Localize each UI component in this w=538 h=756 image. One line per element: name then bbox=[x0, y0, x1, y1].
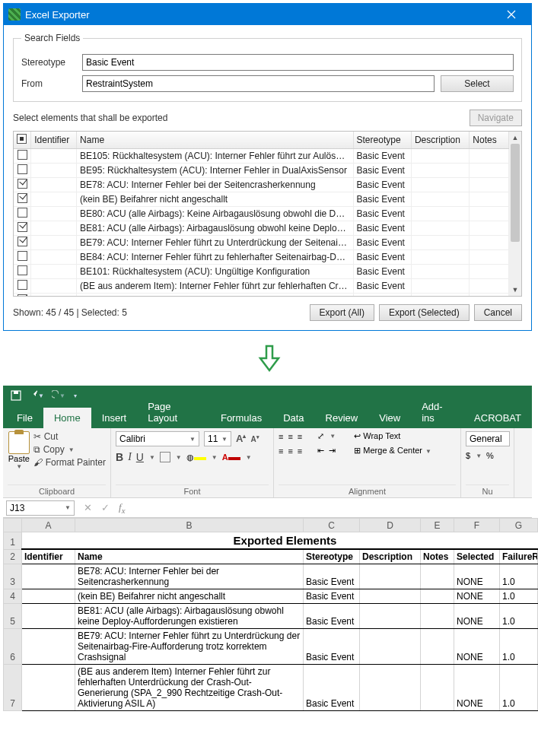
wrap-text-button[interactable]: ↩ Wrap Text bbox=[354, 431, 400, 441]
undo-icon[interactable]: ▼ bbox=[30, 389, 44, 402]
tab-page-layout[interactable]: Page Layout bbox=[137, 396, 210, 428]
col-description[interactable]: Description bbox=[411, 132, 469, 149]
bold-button[interactable]: B bbox=[116, 451, 123, 463]
merge-icon: ⊞ bbox=[354, 446, 361, 456]
excel-window: ▼ ▼ ▾ FileHomeInsertPage LayoutFormulasD… bbox=[3, 386, 532, 711]
increase-font-icon[interactable]: A▴ bbox=[236, 433, 246, 444]
align-middle-icon[interactable]: ≡ bbox=[288, 432, 292, 441]
orientation-icon[interactable]: ⤢ bbox=[317, 431, 324, 441]
table-row[interactable]: (BE aus anderem Item): Interner Fehler f… bbox=[14, 279, 509, 294]
cancel-button[interactable]: Cancel bbox=[474, 304, 522, 321]
titlebar[interactable]: Excel Exporter bbox=[4, 4, 531, 25]
row-checkbox[interactable] bbox=[18, 251, 27, 261]
font-color-button[interactable]: A bbox=[222, 453, 240, 462]
export-selected-button[interactable]: Export (Selected) bbox=[379, 304, 470, 321]
align-top-icon[interactable]: ≡ bbox=[279, 432, 283, 441]
grid-scrollbar[interactable]: ▲ ▼ bbox=[509, 132, 521, 296]
col-stereotype[interactable]: Stereotype bbox=[353, 132, 411, 149]
tab-view[interactable]: View bbox=[368, 408, 411, 428]
row-checkbox[interactable] bbox=[18, 237, 27, 246]
row-checkbox[interactable] bbox=[18, 193, 27, 203]
col-B[interactable]: B bbox=[75, 519, 304, 532]
paste-button[interactable]: Paste ▼ bbox=[8, 431, 30, 470]
export-all-button[interactable]: Export (All) bbox=[310, 304, 374, 321]
tab-home[interactable]: Home bbox=[43, 408, 91, 428]
row-checkbox[interactable] bbox=[18, 164, 27, 174]
table-row[interactable]: BE101: Rückhaltesystem (ACU): Ungültige … bbox=[14, 265, 509, 279]
tab-formulas[interactable]: Formulas bbox=[210, 408, 272, 428]
row-checkbox[interactable] bbox=[18, 265, 27, 275]
align-right-icon[interactable]: ≡ bbox=[298, 446, 302, 456]
table-row[interactable]: (BE aus anderem Item) Interner Fehler fü… bbox=[14, 294, 509, 297]
fill-color-button[interactable]: ◍ bbox=[186, 453, 206, 462]
font-name-combo[interactable]: Calibri▼ bbox=[116, 431, 199, 446]
percent-icon[interactable]: % bbox=[486, 451, 494, 460]
formula-bar: J13▼ ✕ ✓ fx bbox=[3, 498, 532, 518]
from-input[interactable] bbox=[82, 75, 435, 92]
save-icon[interactable] bbox=[9, 389, 23, 402]
col-identifier[interactable]: Identifier bbox=[31, 132, 77, 149]
elements-grid: Identifier Name Stereotype Description N… bbox=[13, 131, 522, 297]
col-G[interactable]: G bbox=[500, 519, 538, 532]
tab-data[interactable]: Data bbox=[272, 408, 314, 428]
row-checkbox[interactable] bbox=[18, 222, 27, 232]
tab-insert[interactable]: Insert bbox=[91, 408, 138, 428]
table-row[interactable]: BE95: Rückhaltesystem (ACU): Interner Fe… bbox=[14, 164, 509, 178]
from-label: From bbox=[21, 78, 76, 89]
increase-indent-icon[interactable]: ⇥ bbox=[329, 446, 336, 456]
decrease-font-icon[interactable]: A▾ bbox=[250, 434, 259, 443]
col-C[interactable]: C bbox=[304, 519, 360, 532]
close-icon[interactable] bbox=[496, 4, 527, 25]
arrow-down-icon bbox=[0, 343, 538, 375]
table-row[interactable]: BE84: ACU: Interner Fehler führt zu fehl… bbox=[14, 250, 509, 265]
name-box[interactable]: J13▼ bbox=[6, 500, 75, 516]
table-row[interactable]: BE105: Rückhaltesystem (ACU): Interner F… bbox=[14, 149, 509, 164]
scroll-down-icon[interactable]: ▼ bbox=[509, 284, 521, 296]
merge-center-button[interactable]: ⊞ Merge & Center ▼ bbox=[354, 446, 431, 456]
cut-button[interactable]: ✂Cut bbox=[33, 431, 106, 442]
row-checkbox[interactable] bbox=[18, 208, 27, 218]
format-painter-button[interactable]: 🖌Format Painter bbox=[33, 457, 106, 468]
col-name[interactable]: Name bbox=[77, 132, 353, 149]
row-checkbox[interactable] bbox=[18, 280, 27, 290]
cancel-fx-icon[interactable]: ✕ bbox=[84, 502, 92, 513]
underline-button[interactable]: U bbox=[136, 451, 144, 463]
col-A[interactable]: A bbox=[22, 519, 75, 532]
tab-review[interactable]: Review bbox=[315, 408, 369, 428]
align-center-icon[interactable]: ≡ bbox=[288, 446, 292, 456]
align-bottom-icon[interactable]: ≡ bbox=[298, 432, 302, 441]
col-notes[interactable]: Notes bbox=[470, 132, 509, 149]
font-size-combo[interactable]: 11▼ bbox=[204, 431, 231, 446]
italic-button[interactable]: I bbox=[128, 451, 132, 463]
currency-icon[interactable]: $ bbox=[466, 451, 470, 460]
col-D[interactable]: D bbox=[360, 519, 421, 532]
col-E[interactable]: E bbox=[421, 519, 454, 532]
search-fields-group: Search Fields Stereotype From Select bbox=[13, 33, 522, 102]
table-row[interactable]: BE81: ACU (alle Airbags): Airbagauslösun… bbox=[14, 221, 509, 236]
tab-file[interactable]: File bbox=[6, 408, 43, 428]
redo-icon[interactable]: ▼ bbox=[52, 389, 65, 402]
stereotype-input[interactable] bbox=[82, 54, 514, 71]
table-row[interactable]: BE80: ACU (alle Airbags): Keine Airbagau… bbox=[14, 207, 509, 221]
copy-button[interactable]: ⧉Copy▼ bbox=[33, 444, 106, 455]
table-row[interactable]: BE78: ACU: Interner Fehler bei der Seite… bbox=[14, 178, 509, 192]
table-row[interactable]: (kein BE) Beifahrer nicht angeschalltBas… bbox=[14, 192, 509, 207]
align-left-icon[interactable]: ≡ bbox=[279, 446, 283, 456]
navigate-button: Navigate bbox=[470, 110, 522, 126]
tab-acrobat[interactable]: ACROBAT bbox=[463, 408, 532, 428]
select-button[interactable]: Select bbox=[441, 75, 514, 92]
table-row[interactable]: BE79: ACU: Interner Fehler führt zu Unte… bbox=[14, 236, 509, 250]
sheet-title[interactable]: Exported Elements bbox=[22, 532, 539, 550]
accept-fx-icon[interactable]: ✓ bbox=[101, 502, 110, 513]
border-button[interactable] bbox=[160, 452, 170, 462]
tab-add-ins[interactable]: Add-ins bbox=[411, 396, 463, 428]
fx-icon[interactable]: fx bbox=[119, 501, 125, 515]
col-F[interactable]: F bbox=[454, 519, 500, 532]
row-checkbox[interactable] bbox=[18, 179, 27, 189]
header-checkbox[interactable] bbox=[14, 132, 31, 149]
scroll-up-icon[interactable]: ▲ bbox=[509, 132, 521, 144]
number-format-combo[interactable]: General bbox=[466, 431, 510, 446]
row-checkbox[interactable] bbox=[18, 294, 27, 296]
decrease-indent-icon[interactable]: ⇤ bbox=[317, 446, 324, 456]
row-checkbox[interactable] bbox=[18, 150, 27, 160]
